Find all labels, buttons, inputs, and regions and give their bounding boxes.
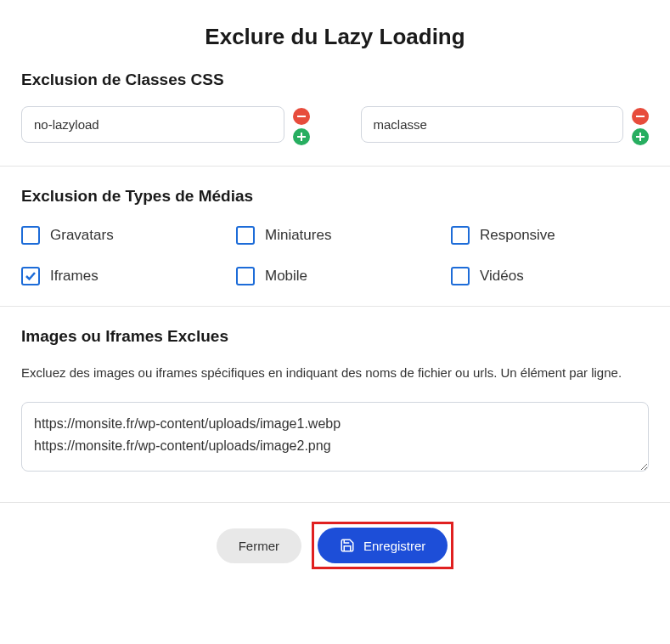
images-section-description: Excluez des images ou iframes spécifique… xyxy=(21,363,649,383)
svg-rect-2 xyxy=(297,136,306,138)
checkbox-label: Mobile xyxy=(265,268,307,285)
checkbox-label: Gravatars xyxy=(50,227,114,244)
add-css-button-1[interactable] xyxy=(632,128,649,145)
checkbox-mobile[interactable]: Mobile xyxy=(236,267,434,285)
check-icon xyxy=(25,270,37,282)
checkbox-box xyxy=(236,267,255,285)
media-exclusion-section: Exclusion de Types de Médias Gravatars M… xyxy=(0,167,670,307)
save-button[interactable]: Enregistrer xyxy=(318,528,448,563)
page-title: Exclure du Lazy Loading xyxy=(0,0,670,71)
checkbox-box xyxy=(21,226,40,245)
css-exclusion-section: Exclusion de Classes CSS xyxy=(0,71,670,167)
checkbox-label: Responsive xyxy=(480,227,555,244)
close-button[interactable]: Fermer xyxy=(217,528,301,563)
add-css-button-0[interactable] xyxy=(293,128,310,145)
plus-icon xyxy=(636,133,645,141)
css-class-input-0[interactable] xyxy=(21,106,284,143)
images-exclusion-section: Images ou Iframes Exclues Excluez des im… xyxy=(0,307,670,503)
minus-icon xyxy=(636,116,645,117)
modal-container: Exclure du Lazy Loading Exclusion de Cla… xyxy=(0,0,670,588)
media-section-title: Exclusion de Types de Médias xyxy=(21,187,649,206)
checkbox-label: Vidéos xyxy=(480,268,524,285)
save-button-label: Enregistrer xyxy=(363,539,425,553)
checkbox-label: Miniatures xyxy=(265,227,331,244)
input-actions-0 xyxy=(293,106,310,145)
footer-actions: Fermer Enregistrer xyxy=(0,503,670,588)
css-inputs-row xyxy=(21,106,649,145)
input-actions-1 xyxy=(632,106,649,145)
css-input-group-1 xyxy=(361,106,650,145)
minus-icon xyxy=(297,116,306,117)
remove-css-button-1[interactable] xyxy=(632,108,649,125)
checkbox-videos[interactable]: Vidéos xyxy=(451,267,649,285)
checkbox-box xyxy=(451,267,470,285)
svg-rect-0 xyxy=(297,116,306,117)
save-icon xyxy=(340,538,355,553)
checkbox-iframes[interactable]: Iframes xyxy=(21,267,219,285)
svg-rect-3 xyxy=(636,116,645,117)
checkbox-box xyxy=(21,267,40,285)
css-class-input-1[interactable] xyxy=(361,106,624,143)
css-input-group-0 xyxy=(21,106,310,145)
css-section-title: Exclusion de Classes CSS xyxy=(21,71,649,89)
save-highlight-wrapper: Enregistrer xyxy=(312,522,453,569)
images-section-title: Images ou Iframes Exclues xyxy=(21,327,649,346)
checkbox-label: Iframes xyxy=(50,268,99,285)
checkbox-box xyxy=(236,226,255,245)
svg-rect-5 xyxy=(636,136,645,138)
checkbox-gravatars[interactable]: Gravatars xyxy=(21,226,219,245)
checkbox-box xyxy=(451,226,470,245)
checkbox-miniatures[interactable]: Miniatures xyxy=(236,226,434,245)
plus-icon xyxy=(297,133,306,141)
remove-css-button-0[interactable] xyxy=(293,108,310,125)
checkbox-responsive[interactable]: Responsive xyxy=(451,226,649,245)
media-checkbox-grid: Gravatars Miniatures Responsive Iframes xyxy=(21,226,649,285)
excluded-urls-textarea[interactable] xyxy=(21,402,649,472)
